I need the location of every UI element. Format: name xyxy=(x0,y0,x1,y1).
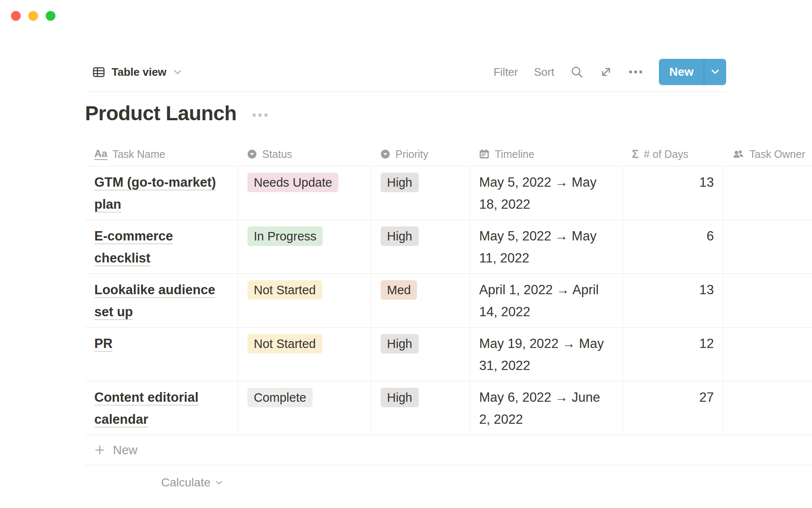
status-cell[interactable]: Not Started xyxy=(238,274,371,327)
timeline-text: May 5, 2022 → May 18, 2022 xyxy=(479,175,596,212)
table-row: PR Not Started High May 19, 2022 → May 3… xyxy=(85,328,812,381)
status-badge: Complete xyxy=(247,388,313,407)
priority-cell[interactable]: High xyxy=(371,381,469,435)
priority-cell[interactable]: High xyxy=(371,220,469,273)
column-label: Status xyxy=(262,148,292,160)
add-row-label: New xyxy=(113,443,137,457)
new-record-dropdown-button[interactable] xyxy=(704,59,726,85)
timeline-text: May 6, 2022 → June 2, 2022 xyxy=(479,390,600,427)
page-title: Product Launch xyxy=(85,102,236,125)
days-cell[interactable]: 12 xyxy=(623,328,723,381)
sort-button[interactable]: Sort xyxy=(534,66,554,79)
days-value: 12 xyxy=(700,336,714,351)
task-page-link[interactable]: Content editorial calendar xyxy=(94,390,198,427)
task-owner-cell[interactable] xyxy=(723,166,812,220)
table-row: E-commerce checklist In Progress High Ma… xyxy=(85,220,812,274)
table-row: Content editorial calendar Complete High… xyxy=(85,381,812,435)
column-header-timeline[interactable]: Timeline xyxy=(469,142,623,166)
days-cell[interactable]: 13 xyxy=(623,274,723,327)
window-controls xyxy=(11,11,55,21)
timeline-cell[interactable]: April 1, 2022 → April 14, 2022 xyxy=(469,274,623,327)
text-property-icon: Aa xyxy=(94,149,107,160)
status-badge: In Progress xyxy=(247,226,323,246)
timeline-text: May 19, 2022 → May 31, 2022 xyxy=(479,336,604,373)
timeline-cell[interactable]: May 5, 2022 → May 18, 2022 xyxy=(469,166,623,220)
close-window-button[interactable] xyxy=(11,11,21,21)
task-page-link[interactable]: GTM (go-to-market) plan xyxy=(94,175,216,212)
expand-icon[interactable] xyxy=(600,66,612,78)
database-table: Aa Task Name Status Priority xyxy=(85,142,812,500)
task-page-link[interactable]: Lookalike audience set up xyxy=(94,282,215,319)
status-badge: Needs Update xyxy=(247,173,338,192)
table-header-row: Aa Task Name Status Priority xyxy=(85,142,812,166)
column-label: Timeline xyxy=(495,148,535,160)
days-cell[interactable]: 13 xyxy=(623,166,723,220)
task-name-cell[interactable]: Content editorial calendar xyxy=(85,381,238,435)
column-header-status[interactable]: Status xyxy=(238,142,371,166)
new-record-split-button: New xyxy=(659,59,726,85)
formula-property-icon: Σ xyxy=(632,149,639,160)
priority-badge: High xyxy=(381,334,419,353)
task-page-link[interactable]: PR xyxy=(94,336,112,351)
column-label: Priority xyxy=(395,148,428,160)
days-cell[interactable]: 6 xyxy=(623,220,723,273)
priority-badge: High xyxy=(381,226,419,246)
timeline-text: May 5, 2022 → May 11, 2022 xyxy=(479,229,596,265)
table-footer: Calculate xyxy=(85,465,812,500)
search-icon[interactable] xyxy=(570,65,584,79)
person-property-icon xyxy=(732,149,744,160)
status-cell[interactable]: In Progress xyxy=(238,220,371,273)
priority-badge: High xyxy=(381,388,419,407)
calculate-button[interactable]: Calculate xyxy=(161,476,223,489)
timeline-cell[interactable]: May 6, 2022 → June 2, 2022 xyxy=(469,381,623,435)
days-cell[interactable]: 27 xyxy=(623,381,723,435)
filter-button[interactable]: Filter xyxy=(494,66,518,79)
minimize-window-button[interactable] xyxy=(28,11,38,21)
column-header-task-name[interactable]: Aa Task Name xyxy=(85,142,238,166)
task-owner-cell[interactable] xyxy=(723,381,812,435)
page-more-options-icon[interactable] xyxy=(252,110,268,117)
task-name-cell[interactable]: Lookalike audience set up xyxy=(85,274,238,327)
timeline-cell[interactable]: May 19, 2022 → May 31, 2022 xyxy=(469,328,623,381)
chevron-down-icon xyxy=(215,479,223,486)
status-badge: Not Started xyxy=(247,280,322,300)
column-label: Task Name xyxy=(112,148,165,160)
status-cell[interactable]: Complete xyxy=(238,381,371,435)
priority-cell[interactable]: Med xyxy=(371,274,469,327)
task-owner-cell[interactable] xyxy=(723,274,812,327)
status-badge: Not Started xyxy=(247,334,322,353)
task-name-cell[interactable]: PR xyxy=(85,328,238,381)
task-owner-cell[interactable] xyxy=(723,328,812,381)
view-tab[interactable]: Table view xyxy=(85,66,182,79)
task-owner-cell[interactable] xyxy=(723,220,812,273)
days-value: 13 xyxy=(700,282,714,297)
status-cell[interactable]: Needs Update xyxy=(238,166,371,220)
priority-cell[interactable]: High xyxy=(371,328,469,381)
priority-badge: High xyxy=(381,173,419,192)
days-value: 6 xyxy=(707,229,714,243)
page-header: Product Launch xyxy=(85,102,268,125)
task-name-cell[interactable]: GTM (go-to-market) plan xyxy=(85,166,238,220)
table-view-icon xyxy=(92,66,105,79)
zoom-window-button[interactable] xyxy=(46,11,55,21)
status-cell[interactable]: Not Started xyxy=(238,328,371,381)
timeline-cell[interactable]: May 5, 2022 → May 11, 2022 xyxy=(469,220,623,273)
more-options-icon[interactable] xyxy=(628,70,643,74)
priority-cell[interactable]: High xyxy=(371,166,469,220)
table-row: GTM (go-to-market) plan Needs Update Hig… xyxy=(85,166,812,220)
task-page-link[interactable]: E-commerce checklist xyxy=(94,229,173,265)
task-name-cell[interactable]: E-commerce checklist xyxy=(85,220,238,273)
column-header-priority[interactable]: Priority xyxy=(371,142,469,166)
date-property-icon xyxy=(479,149,490,160)
toolbar-actions: Filter Sort New xyxy=(494,59,726,85)
column-header-days[interactable]: Σ # of Days xyxy=(623,142,723,166)
calculate-label: Calculate xyxy=(161,476,211,489)
days-value: 27 xyxy=(700,390,714,405)
add-row-button[interactable]: New xyxy=(85,435,812,465)
view-toolbar: Table view Filter Sort xyxy=(85,58,726,86)
column-header-task-owner[interactable]: Task Owner xyxy=(723,142,812,166)
select-property-icon xyxy=(380,149,390,159)
column-label: Task Owner xyxy=(749,148,805,160)
view-name-label: Table view xyxy=(112,66,167,79)
new-record-button[interactable]: New xyxy=(659,59,704,85)
